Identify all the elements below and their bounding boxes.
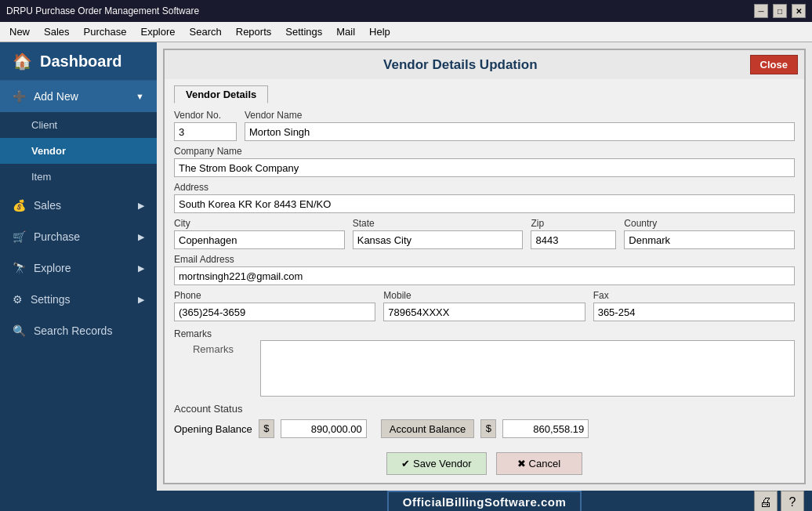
menu-explore[interactable]: Explore [134, 24, 181, 40]
remarks-section: Remarks Remarks [174, 326, 795, 400]
account-balance-dollar: $ [480, 419, 496, 438]
settings-label: Settings [31, 293, 71, 306]
remarks-content: Remarks [174, 340, 795, 400]
menu-mail[interactable]: Mail [330, 24, 361, 40]
close-dialog-button[interactable]: Close [750, 55, 798, 74]
fax-label: Fax [593, 290, 795, 301]
search-records-icon: 🔍 [13, 324, 26, 337]
settings-icon: ⚙ [13, 293, 23, 306]
menu-help[interactable]: Help [363, 24, 397, 40]
company-name-input[interactable] [174, 158, 795, 177]
sidebar-subitem-client[interactable]: Client [0, 112, 157, 138]
add-new-arrow-icon: ▼ [136, 92, 144, 101]
phone-mobile-fax-row: Phone Mobile Fax [174, 290, 795, 321]
account-status-section: Account Status Opening Balance $ Account… [174, 403, 795, 438]
mobile-label: Mobile [383, 290, 585, 301]
add-new-icon: ➕ [13, 90, 26, 103]
email-input[interactable] [174, 266, 795, 285]
city-label: City [174, 218, 345, 229]
phone-input[interactable] [174, 303, 375, 321]
sidebar-subitem-item[interactable]: Item [0, 164, 157, 190]
menu-sales[interactable]: Sales [38, 24, 76, 40]
minimize-button[interactable]: ─ [754, 4, 768, 18]
dashboard-label: Dashboard [40, 53, 121, 71]
zip-group: Zip [531, 218, 616, 249]
state-group: State [353, 218, 524, 249]
company-name-label: Company Name [174, 146, 795, 157]
sidebar-dashboard[interactable]: 🏠 Dashboard [0, 42, 157, 81]
vendor-name-input[interactable] [245, 122, 795, 141]
cancel-label: Cancel [529, 458, 560, 469]
remarks-textarea[interactable] [260, 340, 795, 397]
mobile-input[interactable] [383, 303, 585, 321]
content-area: Vendor Details Updation Close Vendor Det… [157, 42, 812, 511]
explore-arrow-icon: ▶ [138, 263, 144, 274]
sidebar-item-add-new[interactable]: ➕ Add New ▼ [0, 81, 157, 112]
save-checkmark-icon: ✔ [401, 458, 410, 469]
save-vendor-label: Save Vendor [413, 458, 471, 469]
vendor-no-name-row: Vendor No. Vendor Name [174, 110, 795, 141]
footer-bar: OfficialBillingSoftware.com 🖨 ? [157, 491, 812, 511]
city-input[interactable] [174, 230, 345, 249]
dialog-button-row: ✔ Save Vendor ✖ Cancel [165, 444, 804, 483]
company-name-group: Company Name [174, 146, 795, 177]
state-label: State [353, 218, 524, 229]
cancel-button[interactable]: ✖ Cancel [496, 452, 582, 475]
remarks-section-label: Remarks [174, 328, 212, 339]
dashboard-icon: 🏠 [13, 52, 32, 71]
state-input[interactable] [353, 230, 524, 249]
save-vendor-button[interactable]: ✔ Save Vendor [386, 452, 486, 475]
address-input[interactable] [174, 194, 795, 213]
vendor-dialog: Vendor Details Updation Close Vendor Det… [163, 49, 806, 484]
sales-arrow-icon: ▶ [138, 201, 144, 211]
menu-reports[interactable]: Reports [230, 24, 278, 40]
fax-group: Fax [593, 290, 795, 321]
menu-search[interactable]: Search [183, 24, 228, 40]
phone-group: Phone [174, 290, 375, 321]
tab-bar: Vendor Details [174, 85, 795, 103]
mobile-group: Mobile [383, 290, 585, 321]
opening-balance-label: Opening Balance [174, 423, 252, 435]
sales-icon: 💰 [13, 199, 26, 212]
app-title: DRPU Purchase Order Management Software [6, 5, 199, 16]
print-icon[interactable]: 🖨 [754, 491, 778, 512]
menu-purchase[interactable]: Purchase [78, 24, 133, 40]
vendor-no-label: Vendor No. [174, 110, 237, 121]
fax-input[interactable] [593, 303, 795, 321]
opening-balance-dollar: $ [259, 419, 274, 438]
country-label: Country [624, 218, 795, 229]
sidebar-subitem-vendor[interactable]: Vendor [0, 138, 157, 164]
country-input[interactable] [624, 230, 795, 249]
account-status-row: Opening Balance $ Account Balance $ [174, 419, 795, 438]
menu-bar: New Sales Purchase Explore Search Report… [0, 22, 812, 42]
tab-vendor-details[interactable]: Vendor Details [174, 85, 268, 103]
zip-label: Zip [531, 218, 616, 229]
dialog-title: Vendor Details Updation [171, 57, 750, 73]
city-state-zip-country-row: City State Zip Country [174, 218, 795, 249]
account-balance-input[interactable] [502, 419, 589, 438]
cancel-x-icon: ✖ [517, 458, 526, 469]
vendor-no-input[interactable] [174, 122, 237, 141]
menu-new[interactable]: New [3, 24, 36, 40]
sidebar-item-explore[interactable]: 🔭 Explore ▶ [0, 252, 157, 284]
sidebar-item-search-records[interactable]: 🔍 Search Records [0, 315, 157, 346]
purchase-arrow-icon: ▶ [138, 232, 144, 242]
vendor-name-label: Vendor Name [245, 110, 795, 121]
help-icon[interactable]: ? [781, 491, 804, 512]
explore-icon: 🔭 [13, 262, 26, 274]
sidebar-item-purchase[interactable]: 🛒 Purchase ▶ [0, 221, 157, 252]
sidebar-item-settings[interactable]: ⚙ Settings ▶ [0, 284, 157, 315]
footer-brand: OfficialBillingSoftware.com [387, 491, 582, 511]
sidebar-item-sales[interactable]: 💰 Sales ▶ [0, 190, 157, 221]
search-records-label: Search Records [34, 324, 112, 337]
zip-input[interactable] [531, 230, 616, 249]
email-group: Email Address [174, 254, 795, 285]
add-new-label: Add New [34, 90, 78, 103]
close-window-button[interactable]: ✕ [792, 4, 806, 18]
dialog-titlebar: Vendor Details Updation Close [165, 50, 804, 79]
account-balance-button[interactable]: Account Balance [381, 419, 475, 438]
opening-balance-input[interactable] [281, 419, 367, 438]
email-label: Email Address [174, 254, 795, 265]
menu-settings[interactable]: Settings [279, 24, 328, 40]
maximize-button[interactable]: □ [773, 4, 787, 18]
